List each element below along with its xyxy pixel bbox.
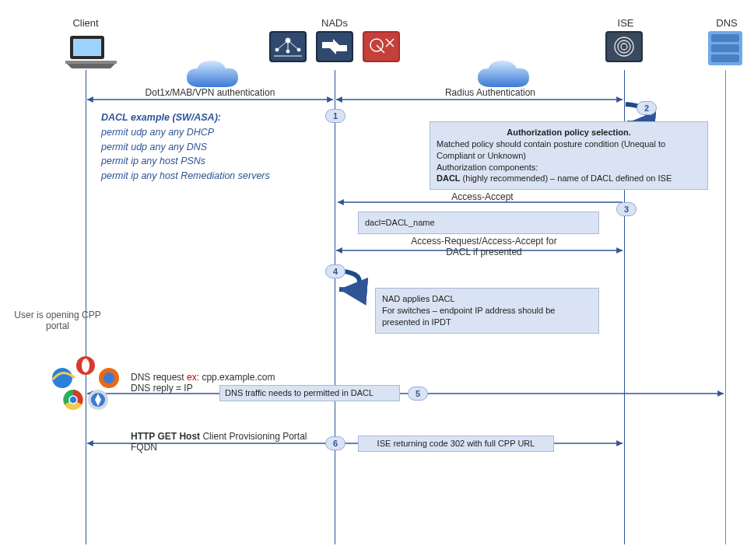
svg-point-23 xyxy=(615,37,633,56)
msg-http-get: HTTP GET Host Client Provisioning Portal… xyxy=(131,431,311,453)
dacl-example-block: DACL example (SW/ASA): permit udp any an… xyxy=(101,110,327,184)
svg-point-34 xyxy=(52,368,72,388)
step-6-badge: 6 xyxy=(325,436,345,450)
svg-rect-14 xyxy=(317,33,352,61)
svg-rect-21 xyxy=(605,31,643,62)
msg-auth-client-nad: Dot1x/MAB/VPN authentication xyxy=(109,87,311,98)
nad-applies-box: NAD applies DACL For switches – endpoint… xyxy=(375,288,599,334)
dns-traffic-box: DNS traffic needs to permitted in DACL xyxy=(219,385,400,401)
step-5-badge: 5 xyxy=(408,387,428,401)
msg-dacl-reqacc-l2: DACL if presented xyxy=(406,247,562,258)
svg-point-36 xyxy=(69,396,77,404)
cloud-client-nad-icon xyxy=(187,61,238,87)
dacl-example-l2: permit udp any any DNS xyxy=(101,140,327,155)
msg-access-accept: Access-Accept xyxy=(420,191,545,202)
dns-server-icon xyxy=(708,31,742,65)
msg-auth-nad-ise: Radius Authentication xyxy=(405,87,576,98)
svg-point-37 xyxy=(69,396,77,404)
svg-rect-27 xyxy=(711,34,739,42)
svg-line-10 xyxy=(288,40,299,50)
svg-point-9 xyxy=(286,50,289,53)
msg-dns-req-ex: ex xyxy=(187,372,197,383)
nad-router-icon xyxy=(316,31,353,62)
side-cpp-l1: User is opening CPP xyxy=(11,310,104,320)
side-cpp-l2: portal xyxy=(11,320,104,331)
msg-dns-reply: DNS reply = IP xyxy=(131,383,193,394)
step-2-badge: 2 xyxy=(637,101,657,115)
auth-policy-l1: Matched policy should contain posture co… xyxy=(437,138,701,162)
svg-rect-16 xyxy=(364,33,398,61)
svg-line-20 xyxy=(386,39,394,47)
dacl-example-title: DACL example (SW/ASA): xyxy=(101,110,327,125)
client-laptop-icon xyxy=(65,36,117,68)
svg-rect-15 xyxy=(363,31,400,62)
svg-point-35 xyxy=(63,390,83,410)
actor-dns-label: DNS xyxy=(711,17,742,29)
svg-rect-26 xyxy=(708,31,742,65)
svg-rect-29 xyxy=(711,54,739,62)
svg-point-24 xyxy=(618,40,630,53)
svg-rect-28 xyxy=(711,44,739,52)
lifeline-dns xyxy=(725,70,726,544)
auth-policy-l2: Authorization components: xyxy=(437,162,701,173)
svg-point-32 xyxy=(99,368,119,388)
auth-policy-dacl-rest: (highly recommended) – name of DACL defi… xyxy=(461,173,672,183)
svg-rect-4 xyxy=(271,33,305,61)
msg-dns-req-pre: DNS request xyxy=(131,372,187,383)
auth-policy-box: Authorization policy selection. Matched … xyxy=(430,121,708,190)
dacl-example-l1: permit udp any any DHCP xyxy=(101,125,327,140)
svg-rect-2 xyxy=(65,61,117,64)
step-4-badge: 4 xyxy=(325,264,345,278)
dacl-example-l3: permit ip any host PSNs xyxy=(101,154,327,169)
svg-point-38 xyxy=(88,390,108,410)
svg-point-25 xyxy=(621,44,627,50)
svg-rect-1 xyxy=(73,39,101,56)
nad-applies-l1: NAD applies DACL xyxy=(382,293,592,305)
msg-http-get-pre: HTTP GET Host xyxy=(131,431,202,442)
svg-line-19 xyxy=(386,39,394,47)
svg-line-18 xyxy=(377,45,384,53)
svg-rect-0 xyxy=(70,36,104,59)
svg-point-39 xyxy=(91,393,105,407)
auth-policy-l3: DACL (highly recommended) – name of DACL… xyxy=(437,173,701,184)
actor-nads-label: NADs xyxy=(311,17,358,29)
lifeline-client xyxy=(86,70,86,544)
svg-point-33 xyxy=(103,373,114,383)
nad-firewall-icon xyxy=(363,31,400,62)
lifeline-nads xyxy=(335,70,335,544)
svg-point-7 xyxy=(275,48,279,51)
svg-point-11 xyxy=(297,48,300,51)
msg-dacl-reqacc: Access-Request/Access-Accept for DACL if… xyxy=(406,236,562,258)
ise-302-text: ISE returning code 302 with full CPP URL xyxy=(377,439,535,448)
dacl-example-l4: permit ip any host Remediation servers xyxy=(101,169,327,184)
step-1-badge: 1 xyxy=(325,109,345,123)
actor-client-label: Client xyxy=(62,17,109,29)
ise-fingerprint-icon xyxy=(605,31,643,62)
side-cpp-label: User is opening CPP portal xyxy=(11,310,104,331)
svg-rect-13 xyxy=(316,31,353,62)
dns-traffic-text: DNS traffic needs to permitted in DACL xyxy=(225,388,374,397)
msg-dns-request: DNS request ex: cpp.example.com xyxy=(131,372,275,383)
svg-rect-22 xyxy=(607,33,641,61)
msg-dacl-reqacc-l1: Access-Request/Access-Accept for xyxy=(406,236,562,247)
svg-line-6 xyxy=(277,40,288,50)
cloud-nad-ise-icon xyxy=(478,61,529,87)
dacl-attr-text: dacl=DACL_name xyxy=(365,218,435,227)
svg-point-17 xyxy=(370,39,383,51)
auth-policy-dacl-word: DACL xyxy=(437,173,461,183)
auth-policy-title: Authorization policy selection. xyxy=(437,127,701,138)
msg-dns-req-post: : cpp.example.com xyxy=(197,372,275,383)
ise-302-box: ISE returning code 302 with full CPP URL xyxy=(358,436,554,452)
step-3-badge: 3 xyxy=(616,202,637,216)
actor-ise-label: ISE xyxy=(610,17,641,29)
svg-point-5 xyxy=(286,38,290,43)
diagram-svg xyxy=(0,0,747,560)
nad-applies-l2: For switches – endpoint IP address shoul… xyxy=(382,305,592,328)
dacl-attr-box: dacl=DACL_name xyxy=(358,212,599,234)
nad-switch-icon xyxy=(269,31,307,62)
svg-rect-3 xyxy=(269,31,307,62)
